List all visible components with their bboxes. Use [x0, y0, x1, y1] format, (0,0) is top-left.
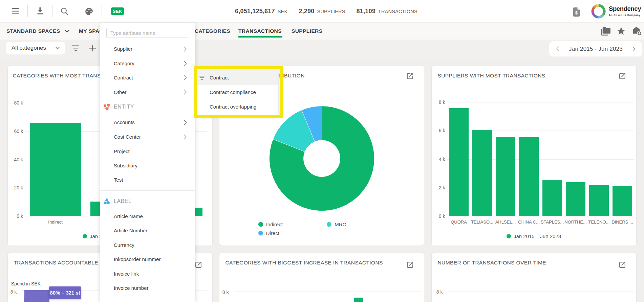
legend-item-indirect[interactable]: Indirect	[258, 222, 283, 227]
submenu-item-label: Contract compliance	[210, 89, 256, 95]
menu-group-header-entity: ENTITY	[100, 100, 195, 114]
menu-item-label: Invoice link	[114, 271, 139, 277]
category-filter-select[interactable]: All categories	[6, 42, 65, 54]
x-category-label: DINERS ...	[611, 219, 633, 225]
menu-item-cost-center[interactable]: Cost Center	[100, 130, 195, 144]
palette-icon[interactable]	[85, 7, 93, 16]
search-icon[interactable]	[61, 7, 68, 15]
currency-badge[interactable]: SEK	[111, 7, 124, 15]
tab-suppliers[interactable]: SUPPLIERS	[292, 23, 322, 40]
bar[interactable]	[542, 180, 562, 216]
menu-item-test[interactable]: Test	[100, 173, 195, 187]
y-tick-label: 0 k	[429, 213, 445, 219]
menu-item-label: Subsidiary	[114, 163, 137, 168]
expand-icon[interactable]	[195, 261, 202, 268]
expand-icon[interactable]	[407, 261, 413, 268]
card-header: CATEGORIES WITH BIGGEST INCREASE IN TRAN…	[219, 253, 424, 275]
card-header: NUMBER OF TRANSACTIONS OVER TIME	[432, 253, 636, 275]
legend-dot	[258, 222, 263, 227]
brand-logo[interactable]: Spendency An Onventis Company	[591, 0, 641, 22]
tab-standard-spaces[interactable]: STANDARD SPACES	[6, 23, 69, 40]
x-category-label: TELENO...	[588, 219, 610, 225]
separator	[52, 5, 52, 17]
menu-item-article-number[interactable]: Article Number	[100, 224, 195, 238]
bar[interactable]	[496, 137, 515, 216]
x-category-label: STAPLES...	[541, 219, 564, 225]
chart-legend[interactable]: Jan 2015 – Jun 2023	[432, 233, 636, 239]
menu-item-invoice-link[interactable]: Invoice link	[100, 266, 195, 281]
y-tick-label: 80 k	[7, 100, 23, 106]
legend-item-direct[interactable]: Direct	[258, 230, 279, 236]
stat-value: 2,290	[299, 8, 314, 15]
menu-icon[interactable]	[12, 8, 19, 14]
submenu-item-contract-overlapping[interactable]: Contract overlapping	[197, 99, 278, 114]
menu-item-label: Article Number	[114, 228, 147, 233]
folder-copy-icon[interactable]	[601, 27, 610, 36]
menu-item-subsidiary[interactable]: Subsidiary	[100, 159, 195, 173]
chevron-right-icon[interactable]	[632, 46, 636, 51]
menu-item-contract[interactable]: Contract	[100, 71, 195, 85]
chevron-right-icon	[184, 120, 187, 125]
bar[interactable]	[449, 108, 469, 216]
menu-group-label: ENTITY	[114, 104, 134, 110]
chevron-down-icon	[56, 47, 60, 49]
bar[interactable]	[566, 182, 585, 216]
menu-item-label: Accounts	[114, 119, 135, 125]
menu-item-supplier[interactable]: Supplier	[100, 42, 195, 56]
bar[interactable]	[30, 123, 81, 216]
x-category-label: TELIASO...	[471, 219, 493, 225]
star-icon[interactable]	[617, 27, 625, 35]
bar[interactable]	[589, 185, 609, 216]
card-header: SUPPLIERS WITH MOST TRANSACTIONS	[432, 66, 636, 88]
dashboard-grid: CATEGORIES WITH MOST TRANSACTIONS 0 k20 …	[0, 58, 644, 302]
bar[interactable]	[472, 130, 492, 216]
bar-green[interactable]	[24, 297, 25, 302]
legend-label: MRO	[335, 222, 346, 227]
menu-item-currency[interactable]: Currency	[100, 238, 195, 252]
bar-purple[interactable]	[24, 290, 50, 302]
y-tick-label: 8 k	[1, 289, 17, 295]
submenu-item-contract-compliance[interactable]: Contract compliance	[197, 85, 278, 99]
brand-tagline: An Onventis Company	[609, 14, 641, 17]
gridline	[447, 102, 634, 102]
filter-icon[interactable]	[72, 45, 79, 51]
y-tick-label: 2 k	[429, 185, 445, 190]
stat-label: SUPPLIERS	[317, 9, 345, 14]
bar[interactable]	[354, 298, 363, 302]
attribute-search-input[interactable]	[106, 28, 188, 38]
document-dollar-icon[interactable]: $	[573, 7, 580, 17]
chevron-left-icon[interactable]	[556, 46, 559, 51]
card-categories-biggest-increase: CATEGORIES WITH BIGGEST INCREASE IN TRAN…	[219, 253, 424, 302]
stat-suppliers: 2,290SUPPLIERS	[299, 8, 345, 15]
menu-item-label: Invoice number	[114, 285, 149, 291]
separator	[27, 5, 28, 17]
brand-logo-ring	[591, 4, 606, 19]
bar[interactable]	[613, 186, 632, 216]
menu-item-invoice-number[interactable]: Invoice number	[100, 281, 195, 295]
bar[interactable]	[519, 137, 539, 216]
menu-item-project[interactable]: Project	[100, 144, 195, 158]
menu-item-category[interactable]: Category	[100, 56, 195, 70]
menu-item-label: Project	[114, 148, 130, 154]
menu-item-label: Article Name	[114, 213, 143, 219]
chevron-right-icon	[184, 134, 187, 140]
filter-bar: All categories Jan 2015 - Jun 2023	[0, 40, 644, 58]
axis-note: Spend in SEK	[11, 281, 41, 286]
legend-dot	[327, 222, 331, 227]
home-add-icon[interactable]	[632, 26, 642, 36]
expand-icon[interactable]	[619, 261, 626, 268]
expand-icon[interactable]	[619, 73, 626, 79]
menu-item-other[interactable]: Other	[100, 85, 195, 99]
download-icon[interactable]	[37, 7, 44, 15]
menu-item-label: Category	[114, 61, 134, 66]
date-range-picker[interactable]: Jan 2015 - Jun 2023	[549, 41, 642, 56]
menu-item-inköpsorder-nummer[interactable]: Inköpsorder nummer	[100, 252, 195, 266]
submenu-item-contract[interactable]: Contract	[197, 70, 278, 85]
menu-item-accounts[interactable]: Accounts	[100, 115, 195, 130]
menu-item-article-name[interactable]: Article Name	[100, 209, 195, 224]
add-filter-icon[interactable]	[89, 45, 96, 51]
expand-icon[interactable]	[407, 73, 413, 79]
menu-item-label: Currency	[114, 242, 134, 248]
legend-item-mro[interactable]: MRO	[327, 222, 346, 227]
tab-categories[interactable]: CATEGORIES	[195, 23, 230, 40]
